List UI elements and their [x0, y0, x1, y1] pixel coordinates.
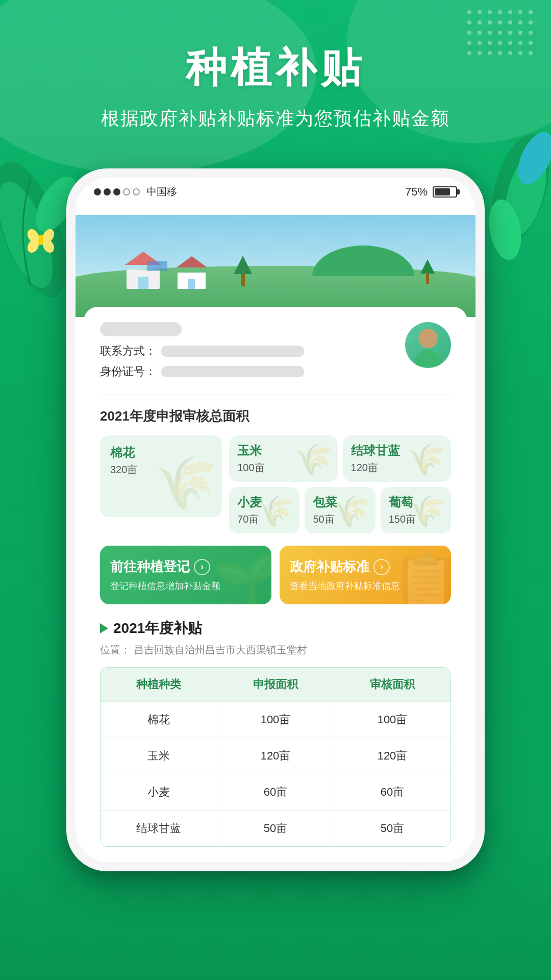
user-info-section: 联系方式： 身份证号：	[100, 322, 451, 395]
user-avatar	[405, 322, 451, 368]
crop-card-yumi: 玉米 100亩 🌾	[229, 435, 337, 482]
td-declared-3: 60亩	[217, 774, 334, 810]
crop-col-left: 棉花 320亩 🌾	[100, 435, 222, 533]
crop-card-baocai: 包菜 50亩 🌾	[305, 487, 375, 533]
crop-col-right: 玉米 100亩 🌾 结球甘蓝 120亩 🌾	[229, 435, 451, 533]
td-crop-3: 小麦	[101, 774, 217, 810]
subsidy-title-text: 2021年度补贴	[113, 619, 202, 638]
th-reviewed: 审核面积	[334, 668, 450, 701]
hero-farm-scene	[76, 215, 475, 317]
td-reviewed-3: 60亩	[334, 774, 450, 810]
subsidy-title-arrow-icon	[100, 623, 108, 633]
crop-name-yumi: 玉米	[237, 443, 329, 459]
td-reviewed-1: 100亩	[334, 702, 450, 738]
signal-dot-4	[123, 188, 130, 195]
hero-solar-panel	[147, 261, 167, 271]
crop-name-jieqiuganlv: 结球甘蓝	[351, 443, 443, 459]
contact-blurred	[161, 346, 304, 357]
subsidy-section: 2021年度补贴 位置： 昌吉回族自治州昌吉市大西渠镇玉堂村 种植种类 申报面积…	[100, 619, 451, 847]
crop-card-mianhua: 棉花 320亩 🌾	[100, 435, 222, 517]
crop-area-mianhua: 320亩	[110, 463, 212, 477]
crop-name-xiaomai: 小麦	[237, 494, 291, 510]
hero-tree-1	[234, 256, 252, 286]
year-section-title: 2021年度申报审核总面积	[100, 407, 451, 425]
td-crop-4: 结球甘蓝	[101, 811, 217, 846]
standard-bg-icon: 📋	[391, 549, 451, 604]
contact-label: 联系方式：	[100, 344, 156, 359]
avatar-body	[414, 350, 442, 366]
register-arrow: ›	[194, 559, 210, 575]
crop-row-top: 玉米 100亩 🌾 结球甘蓝 120亩 🌾	[229, 435, 451, 482]
user-id-field: 身份证号：	[100, 364, 405, 379]
signal-dot-3	[113, 188, 120, 195]
crop-area-jieqiuganlv: 120亩	[351, 461, 443, 475]
td-declared-2: 120亩	[217, 738, 334, 774]
svg-point-12	[312, 246, 414, 276]
standard-arrow: ›	[373, 559, 390, 575]
subsidy-location: 位置： 昌吉回族自治州昌吉市大西渠镇玉堂村	[100, 643, 451, 657]
crop-icon-mianhua: 🌾	[154, 453, 218, 513]
signal-dot-2	[104, 188, 111, 195]
crop-area-baocai: 50亩	[313, 512, 367, 526]
avatar-head	[418, 329, 438, 348]
user-contact-field: 联系方式：	[100, 344, 405, 359]
user-name-blurred	[100, 322, 182, 336]
crop-card-xiaomai: 小麦 70亩 🌾	[229, 487, 299, 533]
crop-grid: 棉花 320亩 🌾 玉米 100亩 🌾	[100, 435, 451, 533]
carrier-text: 中国移	[146, 185, 177, 199]
avatar-person	[414, 329, 442, 366]
td-declared-4: 50亩	[217, 811, 334, 846]
location-text: 昌吉回族自治州昌吉市大西渠镇玉堂村	[134, 644, 307, 655]
crop-row-bottom: 小麦 70亩 🌾 包菜 50亩 🌾 葡萄 150亩	[229, 487, 451, 533]
page-title-sub: 根据政府补贴补贴标准为您预估补贴金额	[0, 106, 551, 131]
id-label: 身份证号：	[100, 364, 156, 379]
status-right: 75%	[405, 185, 457, 199]
td-crop-2: 玉米	[101, 738, 217, 774]
hero-house-2	[178, 264, 206, 289]
phone-mockup: 中国移 75% ‹ 种植补贴	[66, 168, 485, 871]
register-bg-icon: 🌱	[212, 549, 271, 604]
decorative-flower	[26, 225, 56, 255]
crop-name-mianhua: 棉花	[110, 445, 212, 461]
crop-name-baocai: 包菜	[313, 494, 367, 510]
page-title-main: 种植补贴	[0, 41, 551, 96]
user-details: 联系方式： 身份证号：	[100, 322, 405, 384]
td-reviewed-4: 50亩	[334, 811, 450, 846]
content-card: 联系方式： 身份证号：	[84, 307, 467, 862]
decorative-leaf-right	[480, 128, 551, 271]
td-declared-1: 100亩	[217, 702, 334, 738]
subsidy-table: 种植种类 申报面积 审核面积 棉花 100亩 100亩 玉米	[100, 667, 451, 847]
crop-card-jieqiuganlv: 结球甘蓝 120亩 🌾	[343, 435, 451, 482]
page-header: 种植补贴 根据政府补贴补贴标准为您预估补贴金额	[0, 41, 551, 131]
signal-dot-1	[94, 188, 101, 195]
crop-card-putao: 葡萄 150亩 🌾	[381, 487, 451, 533]
table-row-jieqiuganlv: 结球甘蓝 50亩 50亩	[101, 810, 450, 846]
battery-fill	[435, 188, 450, 195]
status-bar: 中国移 75%	[76, 178, 475, 204]
table-header: 种植种类 申报面积 审核面积	[101, 668, 450, 701]
battery-percent: 75%	[405, 185, 428, 199]
hero-hill	[312, 225, 414, 276]
hero-tree-2	[420, 259, 435, 284]
signal-area: 中国移	[94, 185, 177, 199]
td-crop-1: 棉花	[101, 702, 217, 738]
th-declared: 申报面积	[217, 668, 334, 701]
table-row-mianhua: 棉花 100亩 100亩	[101, 701, 450, 738]
register-button[interactable]: 前往种植登记 › 登记种植信息增加补贴金额 🌱	[100, 546, 271, 604]
table-row-yumi: 玉米 120亩 120亩	[101, 738, 450, 774]
th-crop: 种植种类	[101, 668, 217, 701]
id-blurred	[161, 366, 304, 377]
crop-area-yumi: 100亩	[237, 461, 329, 475]
signal-dot-5	[133, 188, 140, 195]
action-buttons: 前往种植登记 › 登记种植信息增加补贴金额 🌱 政府补贴标准 › 查看当地政府补…	[100, 546, 451, 604]
battery-icon	[433, 186, 457, 198]
crop-area-putao: 150亩	[389, 512, 443, 526]
table-row-xiaomai: 小麦 60亩 60亩	[101, 774, 450, 810]
location-label: 位置：	[100, 644, 131, 655]
crop-name-putao: 葡萄	[389, 494, 443, 510]
subsidy-title: 2021年度补贴	[100, 619, 451, 638]
td-reviewed-2: 120亩	[334, 738, 450, 774]
crop-area-xiaomai: 70亩	[237, 512, 291, 526]
standard-button[interactable]: 政府补贴标准 › 查看当地政府补贴标准信息 📋	[280, 546, 451, 604]
